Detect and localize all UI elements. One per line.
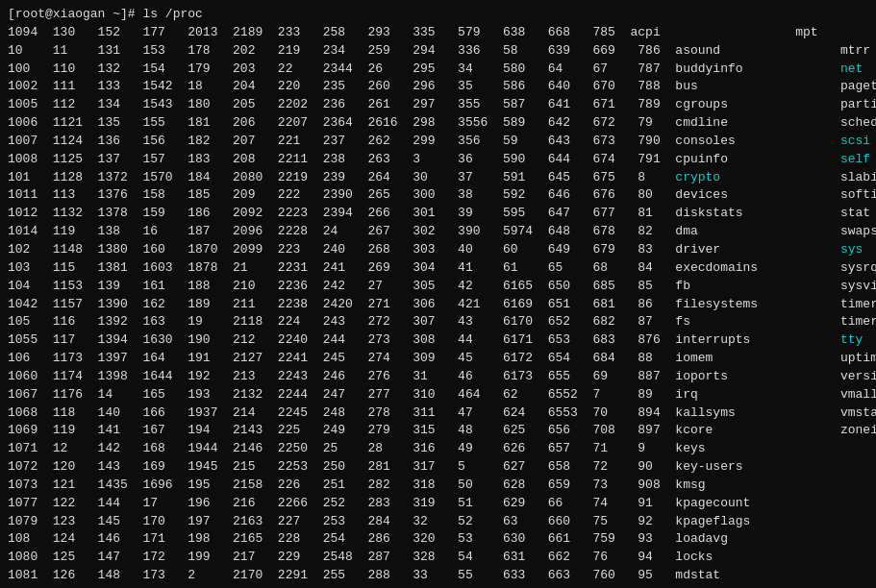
proc-row-10: 1011 113 1376 158 185 209 222 2390 265 3…	[8, 186, 868, 205]
proc-row-16: 1042 1157 1390 162 189 211 2238 2420 271…	[8, 296, 868, 314]
proc-row-22: 1068 118 140 166 1937 214 2245 248 278 3…	[8, 404, 868, 423]
proc-row-23: 1069 119 141 167 194 2143 225 249 279 31…	[8, 422, 868, 440]
proc-row-29: 108 124 146 171 198 2165 228 254 286 320…	[8, 530, 868, 549]
proc-row-25: 1072 120 143 169 1945 215 2253 250 281 3…	[8, 458, 868, 477]
proc-row-15: 104 1153 139 161 188 210 2236 242 27 305…	[8, 278, 868, 296]
prompt-ls-proc: [root@xiaogan ~]# ls /proc	[8, 6, 868, 24]
proc-row-2: 10 11 131 153 178 202 219 234 259 294 33…	[8, 42, 868, 61]
proc-row-30: 1080 125 147 172 199 217 229 2548 287 32…	[8, 549, 868, 567]
terminal: [root@xiaogan ~]# ls /proc 1094 130 152 …	[0, 0, 876, 588]
proc-row-5: 1005 112 134 1543 180 205 2202 236 261 2…	[8, 96, 868, 114]
proc-row-12: 1014 119 138 16 187 2096 2228 24 267 302…	[8, 223, 868, 241]
proc-row-4: 1002 111 133 1542 18 204 220 235 260 296…	[8, 78, 868, 96]
proc-row-28: 1079 123 145 170 197 2163 227 253 284 32…	[8, 513, 868, 531]
proc-row-19: 106 1173 1397 164 191 2127 2241 245 274 …	[8, 350, 868, 368]
proc-row-9: 101 1128 1372 1570 184 2080 2219 239 264…	[8, 169, 868, 187]
proc-row-1: 1094 130 152 177 2013 2189 233 258 293 3…	[8, 24, 868, 42]
proc-row-27: 1077 122 144 17 196 216 2266 252 283 319…	[8, 495, 868, 513]
proc-row-18: 1055 117 1394 1630 190 212 2240 244 273 …	[8, 331, 868, 350]
proc-row-24: 1071 12 142 168 1944 2146 2250 25 28 316…	[8, 440, 868, 458]
proc-row-14: 103 115 1381 1603 1878 21 2231 241 269 3…	[8, 259, 868, 278]
proc-row-13: 102 1148 1380 160 1870 2099 223 240 268 …	[8, 241, 868, 259]
proc-row-20: 1060 1174 1398 1644 192 213 2243 246 276…	[8, 368, 868, 386]
proc-row-7: 1007 1124 136 156 182 207 221 237 262 29…	[8, 133, 868, 151]
proc-row-6: 1006 1121 135 155 181 206 2207 2364 2616…	[8, 114, 868, 133]
proc-row-21: 1067 1176 14 165 193 2132 2244 247 277 3…	[8, 386, 868, 404]
proc-row-31: 1081 126 148 173 2 2170 2291 255 288 33 …	[8, 567, 868, 585]
proc-row-8: 1008 1125 137 157 183 208 2211 238 263 3…	[8, 151, 868, 169]
proc-row-3: 100 110 132 154 179 203 22 2344 26 295 3…	[8, 61, 868, 79]
proc-row-11: 1012 1132 1378 159 186 2092 2223 2394 26…	[8, 205, 868, 223]
proc-row-17: 105 116 1392 163 19 2118 224 243 272 307…	[8, 313, 868, 331]
proc-row-26: 1073 121 1435 1696 195 2158 226 251 282 …	[8, 477, 868, 495]
